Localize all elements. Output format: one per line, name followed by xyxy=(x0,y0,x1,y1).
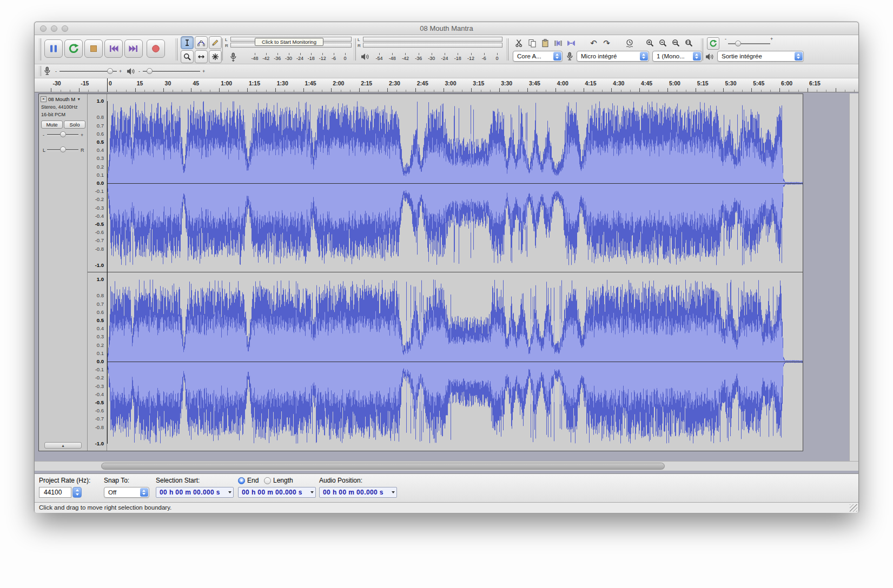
trim-audio-button[interactable] xyxy=(552,37,564,49)
input-device-dropdown[interactable]: Micro intégré xyxy=(577,51,649,62)
input-channels-dropdown[interactable]: 1 (Mono... xyxy=(652,51,702,62)
record-button[interactable] xyxy=(147,39,165,58)
output-volume-slider[interactable] xyxy=(143,68,200,75)
undo-button[interactable]: ↶ xyxy=(587,37,600,49)
ruler-tick xyxy=(294,90,294,92)
close-track-button[interactable]: × xyxy=(41,96,47,102)
paste-button[interactable] xyxy=(539,37,551,49)
skip-to-end-button[interactable] xyxy=(124,39,143,58)
field-dropdown-icon[interactable] xyxy=(228,491,231,493)
field-dropdown-icon[interactable] xyxy=(310,491,314,493)
titlebar[interactable]: 08 Mouth Mantra xyxy=(35,22,858,35)
skip-to-start-button[interactable] xyxy=(104,39,123,58)
ruler-tick xyxy=(144,90,145,92)
solo-button[interactable]: Solo xyxy=(64,121,85,129)
ruler-tick xyxy=(621,90,621,92)
zoom-in-button[interactable] xyxy=(644,37,656,49)
draw-tool-button[interactable] xyxy=(209,36,222,49)
recording-meter[interactable]: L R Click to Start Monitoring -48-42-36-… xyxy=(225,36,352,63)
vertical-scrollbar[interactable] xyxy=(849,93,858,461)
pause-button[interactable] xyxy=(44,39,63,58)
play-speed-slider[interactable] xyxy=(728,40,770,48)
horizontal-scrollbar[interactable] xyxy=(35,461,858,471)
timeline-ruler[interactable]: -30-1501530451:001:151:301:452:002:152:3… xyxy=(35,78,858,92)
track-pan-slider[interactable] xyxy=(47,146,78,153)
ruler-tick xyxy=(228,90,229,92)
playback-meter[interactable]: L R -54-48-42-36-30-24-18-12-60 xyxy=(358,36,505,63)
timeshift-tool-button[interactable] xyxy=(195,50,208,63)
magnifier-icon xyxy=(183,53,191,61)
toolbar-grip[interactable] xyxy=(39,66,41,76)
track-gain-slider[interactable] xyxy=(47,131,78,138)
fit-selection-button[interactable] xyxy=(670,37,682,49)
envelope-tool-button[interactable] xyxy=(195,36,208,49)
ruler-tick xyxy=(518,90,519,92)
collapse-track-button[interactable]: ▴ xyxy=(44,442,82,449)
zoom-in-icon xyxy=(646,39,654,47)
ruler-tick xyxy=(705,90,705,92)
play-button[interactable] xyxy=(64,39,83,58)
slider-thumb[interactable] xyxy=(735,41,741,46)
toolbar-grip[interactable] xyxy=(39,38,41,61)
silence-audio-button[interactable] xyxy=(565,37,577,49)
zoom-tool-button[interactable] xyxy=(181,50,194,63)
resize-grip[interactable] xyxy=(850,504,857,512)
slider-thumb[interactable] xyxy=(147,68,153,74)
start-monitoring-button[interactable]: Click to Start Monitoring xyxy=(255,38,323,46)
field-dropdown-icon[interactable] xyxy=(392,491,395,493)
close-window-button[interactable] xyxy=(40,25,47,32)
track-title-bar[interactable]: × 08 Mouth M ▼ xyxy=(41,96,85,103)
amplitude-ruler[interactable]: 1.00.80.70.60.50.40.30.20.10.0-0.1-0.2-0… xyxy=(88,94,107,451)
audio-host-dropdown[interactable]: Core A... xyxy=(513,51,563,62)
input-volume-slider[interactable] xyxy=(59,68,117,75)
slider-thumb[interactable] xyxy=(60,131,66,137)
multi-tool-button[interactable] xyxy=(209,50,222,63)
toolbar-grip[interactable] xyxy=(221,38,223,61)
mute-button[interactable]: Mute xyxy=(41,121,63,129)
meter-scale-number: -24 xyxy=(441,56,448,61)
slider-thumb[interactable] xyxy=(107,68,113,74)
selection-end-field[interactable]: 00 h 00 m 00.000 s xyxy=(238,487,316,498)
ruler-tick xyxy=(658,90,659,92)
cut-button[interactable] xyxy=(513,37,525,49)
track-menu-arrow-icon[interactable]: ▼ xyxy=(77,97,81,101)
meter-scale-tick xyxy=(419,53,419,55)
zoom-out-button[interactable] xyxy=(657,37,669,49)
redo-button[interactable]: ↷ xyxy=(600,37,613,49)
play-at-speed-button[interactable] xyxy=(707,37,719,50)
ruler-tick xyxy=(537,90,537,92)
ruler-tick xyxy=(331,88,332,92)
snap-to-dropdown[interactable]: Off xyxy=(104,487,149,498)
length-radio[interactable] xyxy=(264,477,271,484)
ruler-tick xyxy=(696,88,696,92)
sync-lock-button[interactable] xyxy=(623,37,636,49)
toolbar-grip[interactable] xyxy=(175,38,177,61)
project-rate-input[interactable]: 44100 xyxy=(39,487,71,498)
copy-button[interactable] xyxy=(526,37,538,49)
fit-project-button[interactable] xyxy=(683,37,695,49)
ruler-tick xyxy=(415,88,416,92)
end-radio[interactable] xyxy=(238,477,245,484)
selection-tool-button[interactable] xyxy=(181,36,194,49)
meter-scale-tick xyxy=(322,53,323,55)
amplitude-label: 1.0 xyxy=(97,276,104,282)
ruler-tick xyxy=(359,88,360,92)
ruler-tick xyxy=(508,90,509,92)
toolbar-grip[interactable] xyxy=(354,38,356,61)
selection-start-field[interactable]: 00 h 00 m 00.000 s xyxy=(156,487,234,498)
dropdown-arrows-icon xyxy=(795,52,803,61)
horizontal-scrollbar-thumb[interactable] xyxy=(101,463,665,470)
output-device-dropdown[interactable]: Sortie intégrée xyxy=(717,51,804,62)
track-view-area[interactable]: × 08 Mouth M ▼ Stereo, 44100Hz 16-bit PC… xyxy=(35,92,858,473)
toolbar-grip[interactable] xyxy=(506,38,508,61)
zoom-window-button[interactable] xyxy=(62,25,68,32)
audio-position-field[interactable]: 00 h 00 m 00.000 s xyxy=(319,487,397,498)
minimize-window-button[interactable] xyxy=(51,25,57,32)
speaker-icon xyxy=(127,68,136,75)
project-rate-stepper[interactable] xyxy=(72,487,82,498)
ruler-tick xyxy=(453,90,453,92)
stop-button[interactable] xyxy=(84,39,103,58)
slider-thumb[interactable] xyxy=(60,146,66,152)
stereo-waveform[interactable] xyxy=(107,94,803,451)
ruler-tick xyxy=(238,90,239,92)
